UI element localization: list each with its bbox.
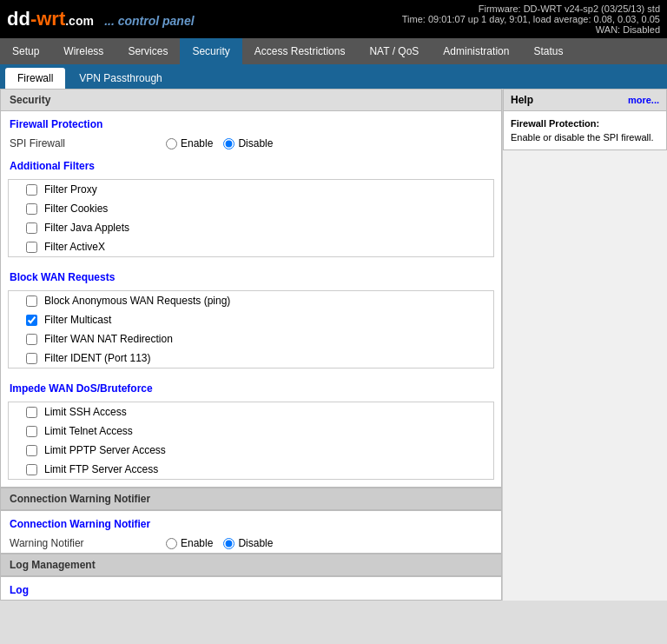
time-info: Time: 09:01:07 up 1 day, 9:01, load aver… bbox=[402, 14, 660, 24]
security-title-bar: Security bbox=[0, 89, 502, 110]
nav-access-restrictions[interactable]: Access Restrictions bbox=[242, 38, 358, 64]
help-panel: Help more... Firewall Protection: Enable… bbox=[502, 89, 667, 601]
conn-warning-heading: Connection Warning Notifier bbox=[1, 511, 501, 534]
limit-pptp-checkbox[interactable] bbox=[26, 445, 37, 456]
filter-activex-row: Filter ActiveX bbox=[9, 237, 493, 256]
help-title: Help bbox=[511, 94, 533, 106]
impede-wan-box: Limit SSH Access Limit Telnet Access Lim… bbox=[8, 402, 494, 480]
filter-java-row: Filter Java Applets bbox=[9, 218, 493, 237]
limit-ftp-label: Limit FTP Server Access bbox=[44, 463, 158, 475]
filter-multicast-label: Filter Multicast bbox=[44, 314, 111, 326]
logo-dd: dd bbox=[7, 8, 30, 30]
warning-disable-label[interactable]: Disable bbox=[223, 537, 273, 549]
block-anon-label: Block Anonymous WAN Requests (ping) bbox=[44, 295, 230, 307]
spi-firewall-row: SPI Firewall Enable Disable bbox=[1, 134, 501, 153]
firewall-section: Firewall Protection SPI Firewall Enable … bbox=[0, 110, 502, 488]
impede-wan-heading: Impede WAN DoS/Bruteforce bbox=[1, 375, 501, 398]
limit-telnet-label: Limit Telnet Access bbox=[44, 425, 133, 437]
filter-cookies-checkbox[interactable] bbox=[26, 203, 37, 215]
filter-activex-checkbox[interactable] bbox=[26, 242, 37, 253]
limit-pptp-row: Limit PPTP Server Access bbox=[9, 441, 493, 460]
logo-cp: ... control panel bbox=[104, 14, 194, 28]
spi-enable-label[interactable]: Enable bbox=[166, 137, 213, 149]
block-wan-box: Block Anonymous WAN Requests (ping) Filt… bbox=[8, 290, 494, 368]
logo: dd-wrt.com ... control panel bbox=[7, 8, 195, 30]
spi-firewall-label: SPI Firewall bbox=[10, 137, 166, 149]
filter-proxy-label: Filter Proxy bbox=[44, 183, 97, 196]
warning-notifier-row: Warning Notifier Enable Disable bbox=[1, 534, 501, 553]
header-right: Firmware: DD-WRT v24-sp2 (03/25/13) std … bbox=[402, 3, 660, 35]
content-area: Security Firewall Protection SPI Firewal… bbox=[0, 89, 502, 601]
firmware-info: Firmware: DD-WRT v24-sp2 (03/25/13) std bbox=[402, 3, 660, 14]
limit-pptp-label: Limit PPTP Server Access bbox=[44, 444, 166, 456]
tab-firewall[interactable]: Firewall bbox=[5, 68, 65, 89]
tab-vpn-passthrough[interactable]: VPN Passthrough bbox=[67, 68, 174, 89]
filter-java-checkbox[interactable] bbox=[26, 222, 37, 234]
filter-wan-nat-label: Filter WAN NAT Redirection bbox=[44, 333, 173, 345]
nav-administration[interactable]: Administration bbox=[431, 38, 521, 64]
conn-warning-bar: Connection Warning Notifier bbox=[0, 488, 502, 510]
main: Security Firewall Protection SPI Firewal… bbox=[0, 89, 667, 601]
warning-enable-text: Enable bbox=[181, 537, 213, 549]
log-heading: Log bbox=[1, 577, 501, 600]
warning-enable-label[interactable]: Enable bbox=[166, 537, 213, 549]
limit-ssh-row: Limit SSH Access bbox=[9, 402, 493, 422]
nav-status[interactable]: Status bbox=[521, 38, 575, 64]
filter-proxy-row: Filter Proxy bbox=[9, 180, 493, 199]
conn-warning-section: Connection Warning Notifier Warning Noti… bbox=[0, 510, 502, 554]
filter-ident-label: Filter IDENT (Port 113) bbox=[44, 352, 150, 364]
nav-setup[interactable]: Setup bbox=[0, 38, 51, 64]
nav-nat-qos[interactable]: NAT / QoS bbox=[357, 38, 431, 64]
block-anon-checkbox[interactable] bbox=[26, 295, 37, 307]
filter-multicast-checkbox[interactable] bbox=[26, 315, 37, 326]
block-anon-row: Block Anonymous WAN Requests (ping) bbox=[9, 291, 493, 310]
header: dd-wrt.com ... control panel Firmware: D… bbox=[0, 0, 667, 38]
limit-ssh-label: Limit SSH Access bbox=[44, 406, 127, 418]
additional-filters-heading: Additional Filters bbox=[1, 153, 501, 176]
filter-wan-nat-checkbox[interactable] bbox=[26, 334, 37, 345]
log-management-bar: Log Management bbox=[0, 554, 502, 576]
filter-ident-checkbox[interactable] bbox=[26, 353, 37, 364]
wan-info: WAN: Disabled bbox=[402, 24, 660, 35]
warning-disable-text: Disable bbox=[238, 537, 273, 549]
filter-proxy-checkbox[interactable] bbox=[26, 184, 37, 196]
nav-wireless[interactable]: Wireless bbox=[51, 38, 116, 64]
limit-telnet-row: Limit Telnet Access bbox=[9, 422, 493, 441]
log-section: Log bbox=[0, 576, 502, 601]
filter-java-label: Filter Java Applets bbox=[44, 222, 129, 234]
additional-filters-box: Filter Proxy Filter Cookies Filter Java … bbox=[8, 179, 494, 257]
warning-disable-radio[interactable] bbox=[223, 538, 234, 549]
filter-multicast-row: Filter Multicast bbox=[9, 310, 493, 329]
spi-firewall-options: Enable Disable bbox=[166, 137, 273, 149]
enable-text: Enable bbox=[181, 137, 213, 149]
help-content-title: Firewall Protection: bbox=[511, 118, 659, 129]
warning-notifier-options: Enable Disable bbox=[166, 537, 273, 549]
block-wan-heading: Block WAN Requests bbox=[1, 264, 501, 287]
filter-activex-label: Filter ActiveX bbox=[44, 241, 105, 253]
spi-disable-label[interactable]: Disable bbox=[223, 137, 273, 149]
limit-ftp-row: Limit FTP Server Access bbox=[9, 460, 493, 479]
help-content: Firewall Protection: Enable or disable t… bbox=[503, 110, 667, 150]
nav-services[interactable]: Services bbox=[116, 38, 180, 64]
help-more-link[interactable]: more... bbox=[628, 95, 659, 105]
limit-telnet-checkbox[interactable] bbox=[26, 426, 37, 437]
help-content-text: Enable or disable the SPI firewall. bbox=[511, 132, 659, 143]
navbar: Setup Wireless Services Security Access … bbox=[0, 38, 667, 64]
spi-enable-radio[interactable] bbox=[166, 138, 177, 149]
limit-ftp-checkbox[interactable] bbox=[26, 464, 37, 475]
filter-wan-nat-row: Filter WAN NAT Redirection bbox=[9, 329, 493, 349]
warning-notifier-label: Warning Notifier bbox=[10, 537, 166, 549]
spi-disable-radio[interactable] bbox=[223, 138, 234, 149]
warning-enable-radio[interactable] bbox=[166, 538, 177, 549]
filter-ident-row: Filter IDENT (Port 113) bbox=[9, 349, 493, 368]
logo-wrt: wrt bbox=[36, 8, 65, 30]
firewall-protection-heading: Firewall Protection bbox=[1, 111, 501, 134]
nav-security[interactable]: Security bbox=[180, 38, 241, 64]
limit-ssh-checkbox[interactable] bbox=[26, 407, 37, 418]
logo-com: .com bbox=[65, 14, 94, 28]
filter-cookies-label: Filter Cookies bbox=[44, 202, 108, 215]
help-header: Help more... bbox=[503, 89, 667, 110]
disable-text: Disable bbox=[238, 137, 273, 149]
subtabs: Firewall VPN Passthrough bbox=[0, 64, 667, 89]
filter-cookies-row: Filter Cookies bbox=[9, 199, 493, 218]
